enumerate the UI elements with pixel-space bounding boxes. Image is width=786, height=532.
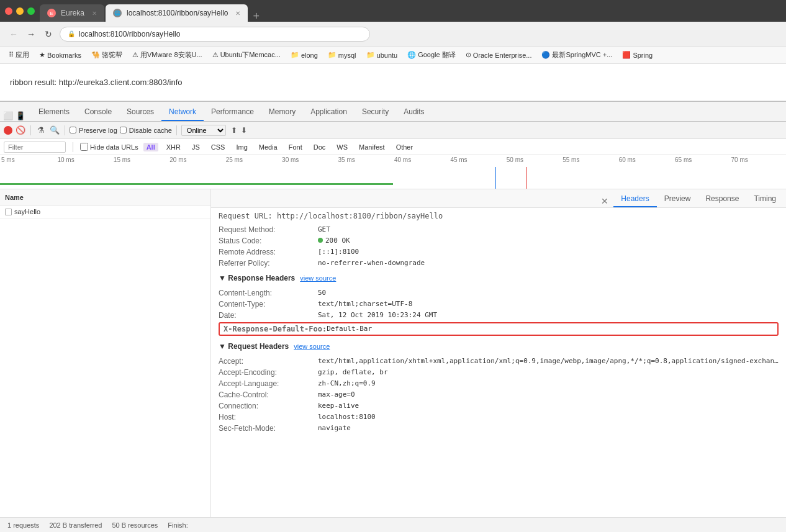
x-response-default-foo-row: X-Response-Default-Foo: Default-Bar (219, 322, 779, 336)
ubuntu-icon: ⚠ (212, 51, 219, 59)
address-input-container[interactable]: 🔒 localhost:8100/ribbon/sayHello (60, 27, 370, 42)
bookmark-elong[interactable]: 📁 elong (287, 50, 322, 60)
request-view-source-link[interactable]: view source (294, 343, 330, 350)
bookmark-apps[interactable]: ⠿ 应用 (5, 49, 33, 61)
browser-tab-eureka[interactable]: E Eureka ✕ (40, 4, 104, 22)
tab-memory[interactable]: Memory (261, 104, 303, 121)
bookmark-oracle[interactable]: ⊙ Oracle Enterprise... (462, 50, 536, 60)
request-headers-section-header[interactable]: ▼ Request Headers view source (211, 340, 786, 353)
response-view-source-link[interactable]: view source (300, 274, 336, 282)
tab-console[interactable]: Console (77, 104, 119, 121)
response-headers-section-header[interactable]: ▼ Response Headers view source (211, 271, 786, 285)
throttle-select[interactable]: Online Offline Slow 3G Fast 3G (181, 125, 226, 136)
timeline-red-line (526, 167, 527, 189)
filter-type-js[interactable]: JS (189, 143, 203, 151)
toolbar-sep-1 (30, 125, 31, 135)
tab-preview[interactable]: Preview (657, 191, 698, 207)
localhost-tab-icon: 🌐 (113, 9, 122, 17)
tab-headers[interactable]: Headers (613, 191, 656, 207)
content-length-row: Content-Length: 50 (219, 287, 779, 299)
bottom-bar: 1 requests 202 B transferred 50 B resour… (0, 517, 786, 532)
bookmark-spring2[interactable]: 🟥 Spring (618, 50, 656, 60)
close-panel-button[interactable]: ✕ (599, 195, 611, 207)
import-icon[interactable]: ⬆ (231, 126, 237, 135)
bookmark-luotuo[interactable]: 🐪 骆驼帮 (88, 49, 126, 61)
tab-application[interactable]: Application (303, 104, 355, 121)
bookmark-bookmarks[interactable]: ★ Bookmarks (35, 50, 85, 60)
maximize-window-button[interactable] (27, 7, 35, 15)
filter-type-doc[interactable]: Doc (310, 143, 329, 151)
hide-data-urls-checkbox[interactable]: Hide data URLs (80, 143, 138, 151)
details-content: Request URL: http://localhost:8100/ribbo… (211, 208, 786, 517)
tab-audits[interactable]: Audits (396, 104, 431, 121)
name-panel: Name sayHello (0, 189, 211, 517)
close-window-button[interactable] (5, 7, 12, 15)
clear-button[interactable]: 🚫 (15, 125, 26, 136)
tab-response[interactable]: Response (698, 191, 746, 207)
filter-type-media[interactable]: Media (256, 143, 281, 151)
elong-label: elong (301, 52, 318, 59)
spring2-label: Spring (633, 52, 653, 59)
tab-sources[interactable]: Sources (119, 104, 161, 121)
bookmark-vmware[interactable]: ⚠ 用VMware 8安装U... (129, 49, 206, 61)
disable-cache-checkbox[interactable]: Disable cache (120, 127, 172, 134)
page-result-text: ribbon result: http://eureka3.client.com… (10, 78, 183, 87)
table-row[interactable]: sayHello (0, 205, 210, 219)
filter-type-xhr[interactable]: XHR (163, 143, 184, 151)
close-eureka-tab[interactable]: ✕ (92, 10, 97, 17)
eureka-tab-title: Eureka (61, 9, 84, 17)
filter-type-all[interactable]: All (143, 143, 158, 151)
forward-button[interactable]: → (25, 29, 37, 39)
hide-data-urls-input[interactable] (80, 143, 88, 151)
devtools-tab-bar: ⬜ 📱 Elements Console Sources Network Per… (0, 102, 786, 122)
filter-input[interactable] (4, 142, 66, 153)
filter-icon[interactable]: ⚗ (35, 125, 47, 136)
host-label: Host: (219, 413, 318, 422)
elong-icon: 📁 (291, 51, 299, 59)
devtools-device-icon[interactable]: 📱 (15, 110, 26, 121)
request-url-row: Request URL: http://localhost:8100/ribbo… (211, 210, 786, 222)
import-export-icons: ⬆ ⬇ (231, 126, 247, 135)
tab-timing[interactable]: Timing (746, 191, 784, 207)
filter-type-other[interactable]: Other (393, 143, 417, 151)
back-button[interactable]: ← (7, 29, 20, 39)
bookmark-google-translate[interactable]: 🌐 Google 翻译 (404, 49, 459, 61)
tab-performance[interactable]: Performance (204, 104, 261, 121)
sec-fetch-mode-value: navigate (318, 424, 779, 433)
preserve-log-checkbox[interactable]: Preserve log (70, 127, 117, 134)
new-tab-button[interactable]: + (249, 11, 263, 22)
filter-type-font[interactable]: Font (286, 143, 305, 151)
reload-button[interactable]: ↻ (42, 29, 55, 39)
search-icon[interactable]: 🔍 (49, 125, 60, 136)
filter-type-ws[interactable]: WS (333, 143, 351, 151)
bookmark-ubuntu2[interactable]: 📁 ubuntu (363, 50, 402, 60)
tab-network[interactable]: Network (161, 104, 204, 121)
status-code-label: Status Code: (219, 237, 318, 245)
filter-type-img[interactable]: Img (233, 143, 250, 151)
oracle-icon: ⊙ (466, 51, 471, 59)
browser-tab-localhost[interactable]: 🌐 localhost:8100/ribbon/sayHello ✕ (106, 4, 248, 22)
filter-type-css[interactable]: CSS (208, 143, 228, 151)
bookmark-ubuntu[interactable]: ⚠ Ubuntu下Memcac... (209, 49, 284, 61)
remote-address-value: [::1]:8100 (318, 248, 779, 256)
hide-data-urls-label: Hide data URLs (90, 143, 138, 151)
luotuo-icon: 🐪 (91, 51, 100, 59)
date-label: Date: (219, 311, 318, 320)
bookmark-mysql[interactable]: 📁 mysql (324, 50, 360, 60)
preserve-log-input[interactable] (70, 127, 76, 133)
vmware-icon: ⚠ (132, 51, 138, 59)
filter-type-manifest[interactable]: Manifest (356, 143, 388, 151)
devtools-select-element-icon[interactable]: ⬜ (2, 110, 14, 121)
accept-encoding-row: Accept-Encoding: gzip, deflate, br (219, 367, 779, 378)
close-localhost-tab[interactable]: ✕ (235, 10, 240, 17)
tab-security[interactable]: Security (355, 104, 396, 121)
timeline-green-bar (0, 183, 393, 185)
export-icon[interactable]: ⬇ (241, 126, 247, 135)
minimize-window-button[interactable] (16, 7, 24, 15)
main-panels: Name sayHello ✕ Headers Preview Response… (0, 189, 786, 517)
bookmark-springmvc[interactable]: 🔵 最新SpringMVC +... (538, 49, 616, 61)
record-button[interactable] (4, 126, 12, 135)
tab-elements[interactable]: Elements (31, 104, 77, 121)
disable-cache-input[interactable] (120, 127, 127, 133)
resources-size: 50 B resources (112, 521, 158, 529)
